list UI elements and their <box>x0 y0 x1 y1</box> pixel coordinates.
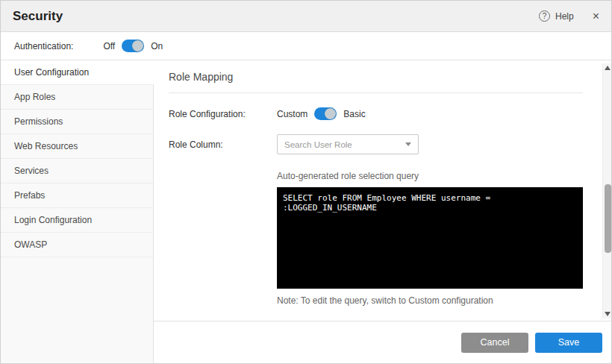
content-area: Role Mapping Role Configuration: Custom … <box>154 60 612 363</box>
role-configuration-row: Role Configuration: Custom Basic <box>169 107 583 120</box>
toggle-knob <box>132 40 143 51</box>
sidebar-item-services[interactable]: Services <box>1 159 153 183</box>
action-footer: Cancel Save <box>154 321 612 363</box>
titlebar: Security ? Help × <box>1 1 611 32</box>
chevron-down-icon <box>405 142 411 146</box>
sidebar-item-prefabs[interactable]: Prefabs <box>1 183 153 208</box>
query-caption: Auto-generated role selection query <box>277 171 583 181</box>
role-configuration-basic-label[interactable]: Basic <box>343 109 365 119</box>
sidebar-item-login-configuration[interactable]: Login Configuration <box>1 208 153 233</box>
authentication-label: Authentication: <box>14 41 73 51</box>
role-configuration-toggle[interactable] <box>314 107 337 120</box>
role-mapping-panel: Role Mapping Role Configuration: Custom … <box>154 60 612 306</box>
sidebar-item-permissions[interactable]: Permissions <box>1 110 153 134</box>
vertical-scrollbar[interactable] <box>602 63 611 318</box>
sidebar-item-owasp[interactable]: OWASP <box>1 233 153 257</box>
save-button[interactable]: Save <box>535 333 602 353</box>
authentication-bar: Authentication: Off On <box>1 32 611 60</box>
role-configuration-toggle-group: Custom Basic <box>277 107 366 120</box>
sidebar: User Configuration App Roles Permissions… <box>1 60 154 363</box>
scroll-down-icon[interactable] <box>605 312 611 316</box>
scrollbar-thumb[interactable] <box>605 184 611 253</box>
scrollbar-track[interactable] <box>604 72 611 310</box>
dialog-body: User Configuration App Roles Permissions… <box>1 60 611 363</box>
page-title: Security <box>13 9 63 24</box>
sidebar-item-user-configuration[interactable]: User Configuration <box>1 60 154 85</box>
sidebar-item-web-resources[interactable]: Web Resources <box>1 134 153 159</box>
role-column-placeholder: Search User Role <box>284 140 352 149</box>
role-configuration-label: Role Configuration: <box>169 109 277 119</box>
authentication-off-label: Off <box>103 41 115 51</box>
security-dialog: Security ? Help × Authentication: Off On… <box>0 0 612 364</box>
role-column-select[interactable]: Search User Role <box>277 134 419 154</box>
help-icon[interactable]: ? <box>539 10 550 22</box>
role-column-label: Role Column: <box>169 139 277 150</box>
scroll-up-icon[interactable] <box>605 66 611 70</box>
help-link[interactable]: Help <box>555 11 574 22</box>
role-column-row: Role Column: Search User Role <box>169 134 583 154</box>
role-selection-query-editor[interactable]: SELECT role FROM Employee WHERE username… <box>277 187 583 289</box>
titlebar-actions: ? Help × <box>539 10 599 22</box>
query-note: Note: To edit the query, switch to Custo… <box>277 295 583 306</box>
authentication-on-label: On <box>151 41 163 51</box>
toggle-knob <box>325 108 336 119</box>
authentication-toggle[interactable] <box>122 40 144 52</box>
cancel-button[interactable]: Cancel <box>461 333 528 353</box>
panel-title: Role Mapping <box>169 71 583 93</box>
close-icon[interactable]: × <box>593 10 599 22</box>
sidebar-item-app-roles[interactable]: App Roles <box>1 85 153 110</box>
role-configuration-custom-label[interactable]: Custom <box>277 109 307 119</box>
